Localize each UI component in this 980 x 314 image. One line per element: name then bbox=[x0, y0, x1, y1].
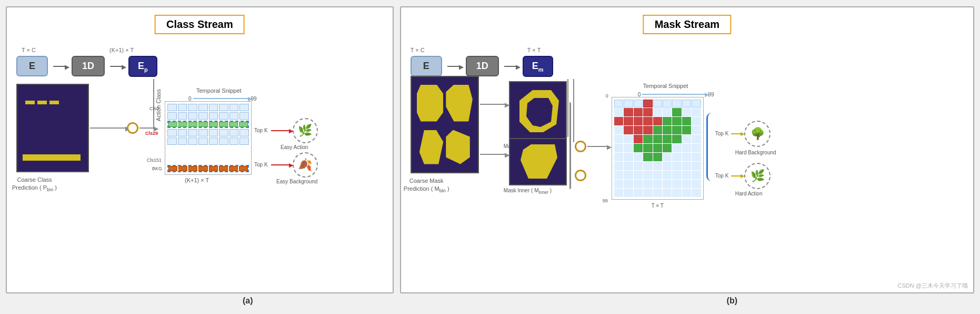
ms-topk1-row: Top K ▶ 🌳 bbox=[715, 121, 771, 147]
mask-inner-box bbox=[509, 138, 567, 185]
mask-outer-box bbox=[509, 81, 567, 142]
cs-txc-label: T × C bbox=[22, 47, 36, 53]
grid-row-highlighted bbox=[167, 121, 249, 128]
caption-a: (a) bbox=[243, 296, 253, 306]
mask-shape-b bbox=[446, 85, 473, 122]
ms-box-1D: 1D bbox=[466, 56, 499, 76]
temporal-snippet-label: Temporal Snippet bbox=[196, 87, 242, 94]
ms-vline-em bbox=[567, 79, 568, 137]
grid-row-2 bbox=[167, 112, 249, 120]
cs-box-1D: 1D bbox=[72, 56, 105, 76]
watermark: CSDN @三木今天学习了哦 bbox=[898, 282, 968, 290]
ms-circle-bottom bbox=[575, 170, 586, 181]
dash3 bbox=[49, 101, 59, 104]
ms-grid: 0 99 T × T bbox=[612, 97, 704, 200]
cs-box-Ep: Ep bbox=[128, 56, 157, 77]
panels-row: Class Stream T × C (K+1) × T E ▶ 1D ▶ Ep bbox=[6, 6, 974, 293]
ms-harrow-inner: ▶ bbox=[480, 154, 506, 155]
easy-action-icon: 🌿 bbox=[293, 118, 318, 143]
topk2-label: Top K bbox=[254, 162, 268, 168]
ms-txc-label: T × C bbox=[411, 47, 425, 53]
cs-arrow2: ▶ bbox=[110, 66, 123, 67]
cs-kp1t-label: (K+1) × T bbox=[109, 47, 134, 53]
ms-harrow-outer: ▶ bbox=[480, 104, 506, 105]
mask-shapes-bottom bbox=[419, 130, 470, 164]
ms-grid-cells bbox=[612, 97, 703, 199]
coarse-mask-box bbox=[411, 76, 479, 173]
bkg-label: BKG bbox=[152, 166, 162, 171]
grid-rows bbox=[165, 102, 251, 174]
caption-b: (b) bbox=[727, 296, 737, 306]
coarse-class-bar bbox=[23, 154, 81, 161]
mask-outer-svg bbox=[517, 87, 559, 135]
dash2 bbox=[37, 101, 47, 104]
ms-topk2-label: Top K bbox=[715, 173, 729, 179]
ms-temporal-snippet: Temporal Snippet bbox=[643, 83, 688, 89]
ms-circle-top bbox=[575, 141, 586, 152]
mask-inner-svg bbox=[518, 142, 557, 181]
hard-action-label: Hard Action bbox=[735, 191, 763, 197]
ms-topk2-line: ▶ bbox=[731, 175, 742, 176]
class-stream-panel: Class Stream T × C (K+1) × T E ▶ 1D ▶ Ep bbox=[6, 6, 394, 293]
mask-shape-a bbox=[417, 85, 444, 122]
ms-top-flow: E ▶ 1D ▶ Em bbox=[411, 56, 553, 77]
cs-arrow1: ▶ bbox=[53, 66, 66, 67]
coarse-class-label: Coarse Class Prediction ( Pbin ) bbox=[12, 176, 57, 193]
cs-grid: Cls0 Cls29 Cls151 BKG bbox=[165, 101, 252, 175]
action-class-label: Action Class bbox=[155, 89, 162, 121]
hard-bg-icon: 🌳 bbox=[744, 121, 771, 147]
dash1 bbox=[25, 101, 35, 104]
mask-stream-title: Mask Stream bbox=[643, 15, 731, 34]
easy-bg-label: Easy Background bbox=[276, 179, 317, 184]
topk1-arrow: ▶ bbox=[271, 130, 289, 131]
grid-row-4 bbox=[167, 138, 249, 145]
cs-kp1t-bottom: (K+1) × T bbox=[185, 177, 209, 183]
cs-vline-ep bbox=[153, 79, 154, 129]
coarse-mask-label: Coarse Mask Prediction ( Mbin ) bbox=[404, 177, 449, 194]
cls29-label: Cls29 bbox=[145, 131, 158, 136]
class-stream-title: Class Stream bbox=[155, 15, 245, 34]
easy-bg-icon: 🍂 bbox=[293, 152, 318, 178]
ms-ts-line: ▶ bbox=[642, 94, 705, 95]
cs-circle bbox=[127, 122, 138, 134]
ms-box-Em: Em bbox=[523, 56, 553, 77]
mask-shape-d bbox=[446, 130, 470, 164]
ms-topk1-label: Top K bbox=[715, 131, 729, 136]
hard-action-icon: 🌿 bbox=[744, 163, 771, 189]
mask-inner-label: Mask Inner ( Minner ) bbox=[504, 188, 552, 195]
grid-row-1 bbox=[167, 104, 249, 111]
hard-bg-label: Hard Background bbox=[735, 150, 776, 155]
caption-row: (a) (b) bbox=[6, 293, 974, 308]
mask-shape-c bbox=[419, 130, 444, 164]
grid-row-3 bbox=[167, 129, 249, 136]
page-wrapper: Class Stream T × C (K+1) × T E ▶ 1D ▶ Ep bbox=[0, 0, 980, 314]
ms-arrow1: ▶ bbox=[447, 66, 461, 67]
cs-harrow1: ▶ bbox=[90, 127, 127, 129]
ms-right-brace bbox=[706, 113, 714, 181]
cls0-label: Cls0 bbox=[149, 106, 159, 111]
cls151-label: Cls151 bbox=[147, 158, 162, 163]
cs-topk1-row: Top K ▶ 🌿 bbox=[254, 118, 318, 143]
ms-harrow3: ▶ bbox=[587, 146, 608, 147]
cs-top-flow: E ▶ 1D ▶ Ep bbox=[16, 56, 157, 77]
ts-arrow-line: ▶ bbox=[193, 98, 248, 99]
cs-harrow2: ▶ bbox=[139, 127, 155, 129]
topk1-label: Top K bbox=[254, 127, 268, 133]
ms-vline2 bbox=[573, 79, 574, 142]
ms-brace bbox=[569, 102, 571, 189]
easy-action-label: Easy Action bbox=[281, 144, 308, 150]
grid-row-bkg bbox=[167, 165, 249, 172]
mask-stream-panel: Mask Stream T × C T × T E ▶ 1D ▶ Em bbox=[400, 6, 974, 293]
coarse-class-box bbox=[16, 84, 89, 172]
ms-txt-label: T × T bbox=[527, 47, 541, 53]
ms-box-E: E bbox=[411, 56, 442, 76]
ms-arrow2: ▶ bbox=[504, 66, 517, 67]
ms-topk1-line: ▶ bbox=[731, 133, 742, 134]
mask-shapes-top bbox=[417, 85, 473, 122]
cs-topk2-row: Top K ▶ 🍂 bbox=[254, 152, 318, 178]
ms-topk2-row: Top K ▶ 🌿 bbox=[715, 163, 771, 189]
cs-dashes bbox=[25, 101, 59, 104]
topk2-arrow: ▶ bbox=[271, 164, 289, 165]
cs-box-E: E bbox=[16, 56, 48, 76]
